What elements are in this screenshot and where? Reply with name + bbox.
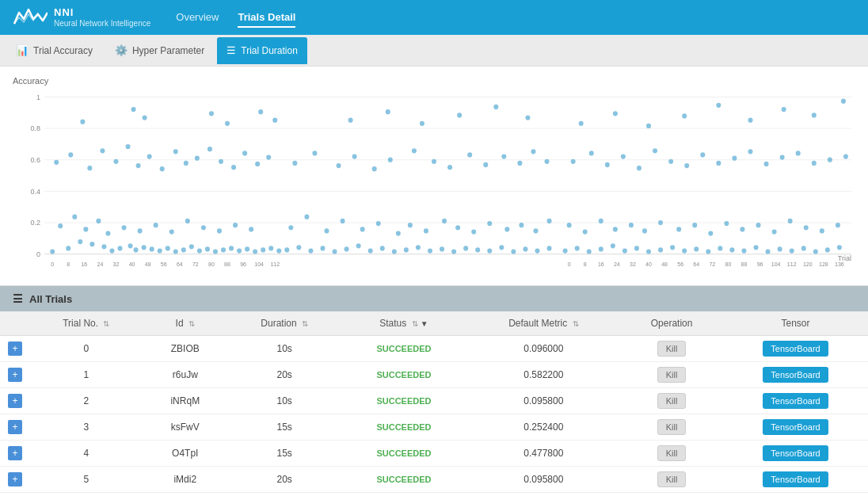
svg-point-58	[126, 144, 131, 149]
svg-point-50	[217, 228, 222, 233]
tensorboard-button[interactable]: TensorBoard	[763, 445, 828, 461]
kill-button[interactable]: Kill	[657, 341, 687, 357]
filter-status-icon[interactable]: ▼	[421, 319, 428, 328]
svg-point-16	[101, 244, 106, 249]
trial-tensor-cell: TensorBoard	[723, 362, 868, 388]
svg-point-167	[629, 223, 634, 227]
svg-text:24: 24	[97, 261, 104, 268]
tensorboard-button[interactable]: TensorBoard	[763, 471, 828, 487]
sort-metric-icon[interactable]: ⇅	[573, 319, 579, 328]
tab-trial-accuracy[interactable]: 📊 Trial Accuracy	[6, 37, 102, 64]
col-trial-no[interactable]: Trial No. ⇅	[30, 311, 143, 336]
svg-point-175	[756, 223, 761, 227]
svg-text:48: 48	[661, 261, 668, 268]
svg-text:64: 64	[693, 261, 699, 268]
svg-point-205	[782, 107, 786, 112]
tensorboard-button[interactable]: TensorBoard	[763, 393, 828, 409]
expand-button[interactable]: +	[8, 420, 22, 434]
svg-point-113	[487, 221, 492, 226]
svg-point-12	[50, 249, 55, 254]
trial-no-cell: 0	[30, 336, 143, 362]
svg-point-91	[440, 246, 444, 251]
svg-point-200	[613, 111, 618, 116]
kill-button[interactable]: Kill	[657, 367, 687, 383]
svg-text:8: 8	[67, 261, 70, 268]
trial-id-cell: cTYJI	[143, 493, 228, 497]
svg-point-34	[245, 246, 249, 251]
svg-point-60	[147, 154, 152, 158]
svg-point-108	[408, 223, 413, 227]
nav-overview[interactable]: Overview	[176, 8, 219, 28]
kill-button[interactable]: Kill	[657, 445, 687, 461]
nav-trials-detail[interactable]: Trials Detail	[238, 8, 295, 28]
sort-trial-no-icon[interactable]: ⇅	[103, 319, 109, 328]
expand-button[interactable]: +	[8, 472, 22, 486]
expand-button[interactable]: +	[8, 394, 22, 408]
svg-point-141	[587, 249, 592, 254]
svg-point-89	[416, 245, 421, 250]
svg-point-75	[225, 121, 230, 126]
svg-text:8: 8	[584, 261, 587, 268]
trial-tensor-cell: TensorBoard	[723, 414, 868, 441]
svg-point-54	[68, 152, 73, 157]
svg-point-24	[166, 246, 170, 250]
logo-area: NNI Neural Network Intelligence	[13, 6, 150, 29]
svg-point-107	[396, 231, 401, 235]
expand-button[interactable]: +	[8, 341, 22, 356]
svg-point-161	[825, 247, 830, 252]
table-row: + 5 iMdi2 20s SUCCEEDED 0.095800 Kill Te…	[0, 467, 868, 493]
svg-point-87	[392, 249, 397, 254]
kill-button[interactable]: Kill	[657, 471, 687, 487]
svg-point-70	[266, 155, 271, 159]
svg-point-98	[523, 246, 527, 251]
trials-table: Trial No. ⇅ Id ⇅ Duration ⇅ Status ⇅ ▼	[0, 311, 868, 496]
svg-point-123	[388, 158, 393, 162]
main-nav: Overview Trials Detail	[176, 8, 295, 28]
svg-point-19	[128, 243, 133, 248]
trial-no-cell: 1	[30, 362, 143, 388]
table-row: + 3 ksFwV 15s SUCCEEDED 0.252400 Kill Te…	[0, 414, 868, 441]
trial-id-cell: r6uJw	[143, 362, 228, 388]
sort-status-icon[interactable]: ⇅	[412, 319, 418, 328]
col-duration[interactable]: Duration ⇅	[228, 311, 341, 336]
trial-operation-cell: Kill	[620, 441, 723, 467]
kill-button[interactable]: Kill	[657, 419, 687, 435]
kill-button[interactable]: Kill	[657, 393, 687, 409]
tensorboard-button[interactable]: TensorBoard	[763, 341, 828, 357]
tab-trial-duration[interactable]: ☰ Trial Duration	[217, 37, 307, 64]
svg-point-52	[249, 227, 253, 231]
svg-point-183	[605, 162, 610, 167]
svg-point-96	[499, 245, 504, 250]
col-status[interactable]: Status ⇅ ▼	[341, 311, 466, 336]
tab-hyper-parameter[interactable]: ⚙️ Hyper Parameter	[105, 37, 214, 64]
svg-point-160	[813, 249, 818, 254]
tensorboard-button[interactable]: TensorBoard	[763, 419, 828, 435]
trial-metric-cell: 0.252400	[467, 414, 621, 441]
col-id[interactable]: Id ⇅	[143, 311, 228, 336]
svg-point-157	[778, 246, 782, 251]
col-default-metric[interactable]: Default Metric ⇅	[467, 311, 621, 336]
tensorboard-button[interactable]: TensorBoard	[763, 367, 828, 383]
svg-point-48	[185, 219, 190, 223]
svg-text:56: 56	[677, 261, 683, 268]
expand-button[interactable]: +	[8, 446, 22, 460]
expand-cell: +	[0, 441, 30, 467]
svg-point-85	[368, 248, 373, 253]
svg-point-23	[158, 248, 162, 253]
svg-point-126	[447, 165, 452, 170]
svg-point-69	[255, 162, 260, 166]
sort-id-icon[interactable]: ⇅	[188, 319, 195, 328]
svg-point-158	[790, 248, 794, 253]
svg-point-147	[658, 247, 663, 252]
svg-point-43	[105, 231, 110, 235]
svg-point-13	[66, 246, 70, 250]
svg-point-79	[296, 245, 301, 250]
trial-duration-cell: 20s	[228, 362, 341, 388]
svg-point-56	[100, 148, 105, 153]
expand-button[interactable]: +	[8, 368, 22, 382]
sort-duration-icon[interactable]: ⇅	[302, 319, 308, 328]
status-badge: SUCCEEDED	[376, 475, 431, 484]
svg-point-165	[599, 219, 603, 223]
svg-point-131	[531, 149, 535, 154]
svg-point-154	[741, 248, 746, 253]
